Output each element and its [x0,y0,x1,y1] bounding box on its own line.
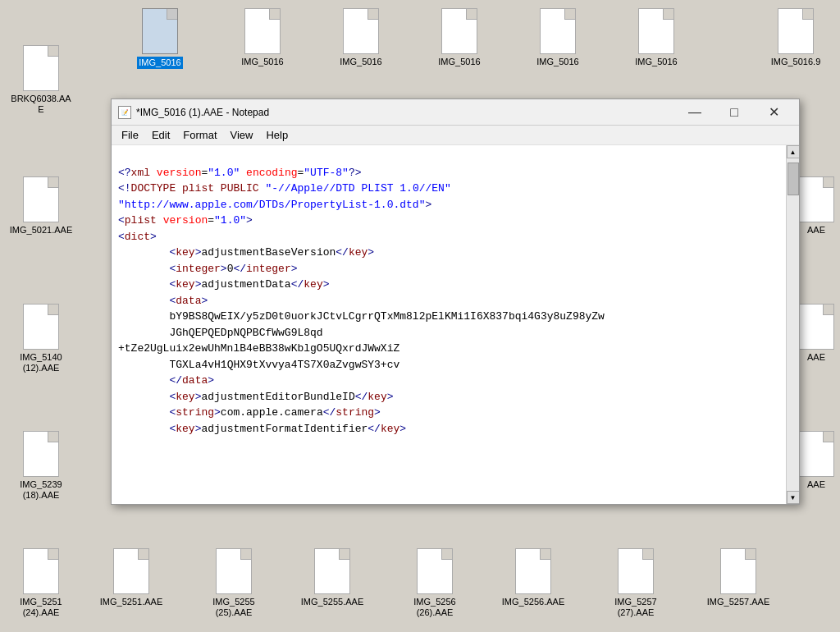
scroll-down-button[interactable]: ▼ [787,491,800,504]
file-icon-5257-27[interactable]: IMG_5257 (27).AAE [603,548,669,618]
file-icon-1[interactable]: IMG_5016 [230,8,295,67]
file-icon-5257[interactable]: IMG_5257.AAE [705,548,771,607]
file-icon-img5140[interactable]: IMG_5140 (12).AAE [8,304,74,373]
menu-view[interactable]: View [224,126,260,144]
file-icon-4[interactable]: IMG_5016 [525,8,591,67]
scroll-track[interactable] [787,158,799,491]
close-button[interactable]: ✕ [755,103,792,122]
window-title: *IMG_5016 (1).AAE - Notepad [136,107,676,118]
file-icon-img5021[interactable]: IMG_5021.AAE [8,176,74,236]
notepad-app-icon: 📝 [118,106,131,119]
menu-help[interactable]: Help [259,126,294,144]
file-icon-brkq[interactable]: BRKQ6038.AAE [8,45,74,115]
window-controls: — □ ✕ [676,103,792,122]
file-icon-3[interactable]: IMG_5016 [427,8,492,67]
scroll-thumb[interactable] [788,163,799,195]
text-content[interactable]: <?xml version="1.0" encoding="UTF-8"?> <… [112,145,786,504]
minimize-button[interactable]: — [676,103,714,122]
desktop: IMG_5016 IMG_5016 IMG_5016 IMG_5016 IMG_… [0,0,840,632]
file-icon-img5016-selected[interactable]: IMG_5016 [127,8,193,69]
file-icon-5251-24[interactable]: IMG_5251 (24).AAE [8,548,74,618]
file-icon-6[interactable]: IMG_5016.9 [763,8,829,67]
title-bar: 📝 *IMG_5016 (1).AAE - Notepad — □ ✕ [112,99,799,126]
file-icon-2[interactable]: IMG_5016 [328,8,394,67]
scrollbar-vertical[interactable]: ▲ ▼ [786,145,799,504]
notepad-window: 📝 *IMG_5016 (1).AAE - Notepad — □ ✕ File… [111,98,800,505]
file-icon-5255[interactable]: IMG_5255.AAE [299,548,365,607]
file-icon-5256[interactable]: IMG_5256.AAE [500,548,566,607]
menu-format[interactable]: Format [176,126,223,144]
menu-edit[interactable]: Edit [145,126,176,144]
maximize-button[interactable]: □ [715,103,753,122]
text-area-container: <?xml version="1.0" encoding="UTF-8"?> <… [112,145,799,504]
file-icon-img5239[interactable]: IMG_5239 (18).AAE [8,431,74,501]
file-icon-5251[interactable]: IMG_5251.AAE [98,548,164,607]
file-icon-5256-26[interactable]: IMG_5256 (26).AAE [402,548,468,618]
menu-bar: File Edit Format View Help [112,126,799,145]
file-icon-5[interactable]: IMG_5016 [623,8,689,67]
scroll-up-button[interactable]: ▲ [787,145,800,158]
menu-file[interactable]: File [115,126,145,144]
file-icon-5255-25[interactable]: IMG_5255 (25).AAE [201,548,267,618]
